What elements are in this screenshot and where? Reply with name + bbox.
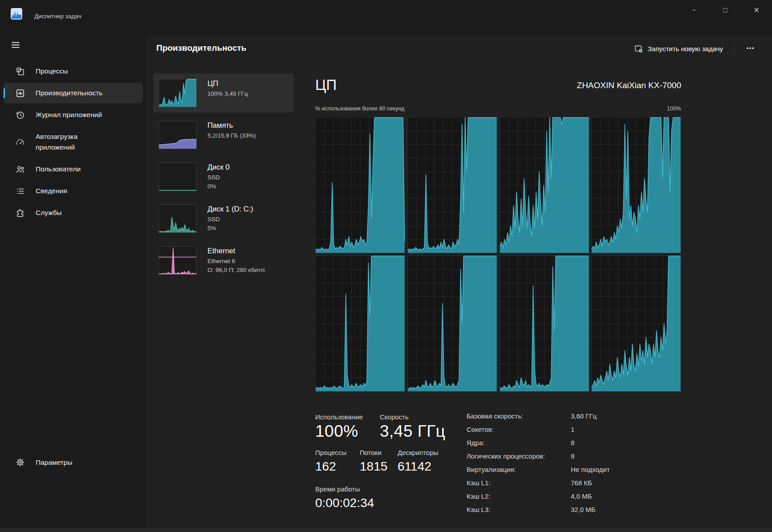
cpu-stats: Использование 100% Скорость 3,45 ГГц Про… xyxy=(315,410,681,528)
info-row: Кэш L2: 4,0 МБ xyxy=(467,492,610,506)
titlebar: Диспетчер задач – □ × xyxy=(0,0,772,25)
sidebar-item-processes[interactable]: Процессы xyxy=(4,61,143,81)
sidebar-item-app-history[interactable]: Журнал приложений xyxy=(4,105,143,125)
info-row: Кэш L3: 32,0 МБ xyxy=(467,506,610,519)
task-manager-app-icon xyxy=(11,8,22,20)
stat-value-processes: 162 xyxy=(315,459,336,474)
sidebar-item-services[interactable]: Службы xyxy=(4,203,143,223)
stat-label: Использование xyxy=(315,413,363,421)
sidebar-nav: Процессы Производительность xyxy=(0,60,146,224)
content-panel: Производительность Запустить новую задач… xyxy=(146,36,772,528)
cpu-mini-chart xyxy=(158,79,197,107)
chart-caption: % использования более 60 секунд xyxy=(315,106,404,112)
sidebar: Процессы Производительность xyxy=(0,25,146,528)
info-row: Виртуализация: Не подходит xyxy=(467,466,610,479)
users-icon xyxy=(15,164,25,174)
cpu-core-chart-5 xyxy=(315,256,405,392)
sidebar-item-startup-apps[interactable]: Автозагрузка приложений xyxy=(4,126,143,158)
info-row: Логических процессоров: 8 xyxy=(467,452,610,466)
disk1-mini-chart xyxy=(158,204,197,233)
sidebar-item-details[interactable]: Сведения xyxy=(4,181,143,201)
window-controls: – □ × xyxy=(679,0,772,20)
services-icon xyxy=(15,208,25,218)
ellipsis-icon: ••• xyxy=(747,45,755,52)
info-row: Ядра: 8 xyxy=(467,439,610,452)
cpu-core-chart-4 xyxy=(591,117,681,253)
sidebar-item-label: Процессы xyxy=(36,66,68,77)
stat-label: Время работы xyxy=(315,485,360,493)
perf-item-sub: 100% 3,45 ГГц xyxy=(207,90,248,98)
perf-item-sub: 5,2/15,9 ГБ (33%) xyxy=(207,132,256,140)
cpu-core-chart-8 xyxy=(591,256,681,392)
task-manager-window: Диспетчер задач – □ × Процессы xyxy=(0,0,772,532)
perf-item-memory[interactable]: Память 5,2/15,9 ГБ (33%) xyxy=(153,115,294,154)
stat-value-usage: 100% xyxy=(315,422,358,441)
cpu-info-table: Базовая скорость: 3,60 ГГц Сокетов: 1 Яд… xyxy=(467,412,610,519)
info-row: Кэш L1: 768 КБ xyxy=(467,479,610,492)
perf-item-title: Ethernet xyxy=(207,247,265,255)
sidebar-item-label: Пользователи xyxy=(36,164,81,175)
perf-item-sub: О: 96,0 П: 280 кбит/с xyxy=(207,266,265,274)
info-row: Сокетов: 1 xyxy=(467,426,610,439)
performance-resource-list: ЦП 100% 3,45 ГГц Память 5,2/15,9 ГБ (33%… xyxy=(153,73,294,283)
sidebar-item-label: Производительность xyxy=(36,88,102,98)
cpu-core-chart-3 xyxy=(500,117,589,253)
cpu-core-chart-2 xyxy=(407,117,497,253)
perf-item-ethernet[interactable]: Ethernet Ethernet 6 О: 96,0 П: 280 кбит/… xyxy=(153,241,294,280)
stat-value-speed: 3,45 ГГц xyxy=(380,422,446,441)
cpu-core-chart-grid xyxy=(315,117,681,392)
disk0-mini-chart xyxy=(158,162,197,191)
maximize-button[interactable]: □ xyxy=(710,0,741,20)
close-button[interactable]: × xyxy=(741,0,772,20)
perf-item-sub: Ethernet 6 xyxy=(207,257,265,265)
sidebar-item-users[interactable]: Пользователи xyxy=(4,159,143,179)
sidebar-item-label: Службы xyxy=(36,207,62,218)
perf-item-sub: 5% xyxy=(207,224,253,232)
cpu-detail-pane: ЦП ZHAOXIN KaiXian KX-7000 % использован… xyxy=(315,36,681,528)
stat-value-uptime: 0:00:02:34 xyxy=(315,496,374,510)
processor-name: ZHAOXIN KaiXian KX-7000 xyxy=(577,81,681,93)
stat-value-threads: 1815 xyxy=(360,459,387,474)
cpu-core-chart-7 xyxy=(500,256,589,392)
details-icon xyxy=(15,186,25,196)
sidebar-item-label: Сведения xyxy=(36,186,67,196)
perf-item-title: Диск 0 xyxy=(207,163,230,171)
stat-label: Процессы xyxy=(315,449,346,456)
hamburger-menu-icon[interactable] xyxy=(8,38,23,53)
stat-label: Дескрипторы xyxy=(398,449,439,456)
sidebar-item-settings[interactable]: Параметры xyxy=(4,452,143,473)
sidebar-item-label: Параметры xyxy=(36,457,73,468)
cpu-title: ЦП xyxy=(315,77,337,93)
perf-item-sub: SSD xyxy=(207,215,253,223)
perf-item-title: Память xyxy=(207,121,256,130)
startup-apps-icon xyxy=(15,137,25,147)
perf-item-cpu[interactable]: ЦП 100% 3,45 ГГц xyxy=(153,73,294,113)
cpu-core-chart-6 xyxy=(407,256,497,392)
settings-gear-icon xyxy=(15,458,25,467)
header-divider xyxy=(734,43,735,54)
sidebar-item-performance[interactable]: Производительность xyxy=(4,83,143,103)
page-title: Производительность xyxy=(156,43,247,53)
perf-item-disk0[interactable]: Диск 0 SSD 0% xyxy=(153,157,294,196)
taskbar-edge-strip xyxy=(0,528,772,532)
perf-item-title: ЦП xyxy=(207,79,248,88)
chart-scale-label: 100% xyxy=(667,106,681,112)
stat-label: Потоки xyxy=(360,449,382,456)
more-options-button[interactable]: ••• xyxy=(741,40,760,57)
memory-mini-chart xyxy=(158,121,197,149)
sidebar-item-label: Журнал приложений xyxy=(36,110,102,120)
stat-label: Скорость xyxy=(380,413,409,421)
stat-value-handles: 61142 xyxy=(398,459,431,474)
cpu-core-chart-1 xyxy=(315,117,405,253)
ethernet-mini-chart xyxy=(158,246,197,275)
perf-item-sub: SSD xyxy=(207,174,230,182)
app-history-icon xyxy=(15,110,25,120)
perf-item-sub: 0% xyxy=(207,183,230,191)
performance-icon xyxy=(15,88,25,98)
perf-item-disk1[interactable]: Диск 1 (D: C:) SSD 5% xyxy=(153,199,294,238)
minimize-button[interactable]: – xyxy=(679,0,710,20)
processes-icon xyxy=(15,66,25,76)
info-row: Базовая скорость: 3,60 ГГц xyxy=(467,412,610,426)
perf-item-title: Диск 1 (D: C:) xyxy=(207,205,253,213)
sidebar-item-label: Автозагрузка приложений xyxy=(36,131,112,153)
